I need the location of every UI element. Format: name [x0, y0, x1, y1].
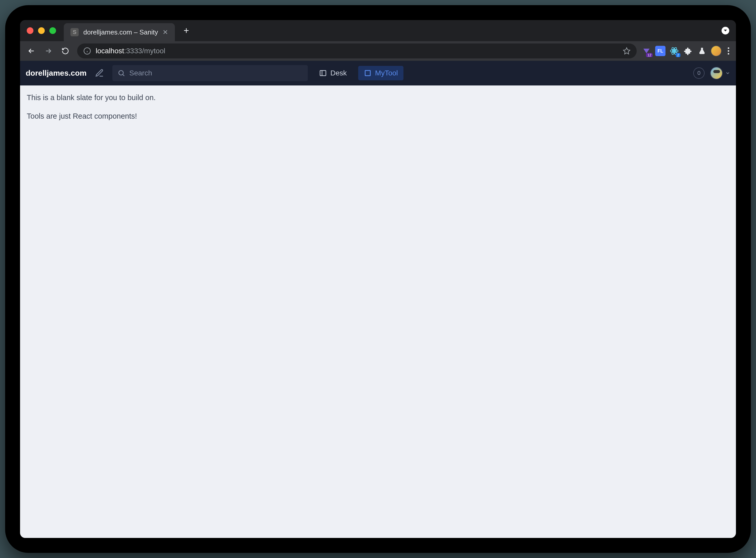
app-title[interactable]: dorelljames.com [26, 69, 87, 77]
tab-close-button[interactable]: ✕ [163, 28, 168, 36]
nav-tab-label: Desk [330, 69, 347, 77]
search-input[interactable] [129, 69, 303, 77]
search-icon [117, 69, 125, 77]
url-field[interactable]: localhost:3333/mytool [77, 44, 637, 58]
panel-icon [319, 69, 327, 77]
chevron-down-icon [725, 71, 730, 76]
browser-menu-button[interactable] [725, 47, 732, 55]
extension-fl-icon[interactable]: FL [655, 46, 666, 56]
svg-point-3 [673, 50, 675, 52]
device-frame: S dorelljames.com – Sanity ✕ + [5, 5, 751, 553]
tab-overflow-button[interactable] [722, 27, 729, 34]
nav-tab-mytool[interactable]: MyTool [358, 66, 404, 80]
reload-button[interactable] [58, 44, 73, 58]
app-navbar: dorelljames.com Desk MyTool [20, 61, 736, 85]
url-text: localhost:3333/mytool [96, 47, 165, 55]
user-avatar [710, 67, 723, 79]
new-tab-button[interactable]: + [181, 25, 191, 36]
square-icon [364, 69, 372, 77]
tab-title: dorelljames.com – Sanity [83, 28, 158, 36]
extension-react-icon[interactable]: 2 [669, 46, 679, 56]
content-paragraph: Tools are just React components! [27, 111, 729, 122]
content-paragraph: This is a blank slate for you to build o… [27, 92, 729, 103]
window-maximize-button[interactable] [49, 27, 56, 34]
svg-rect-9 [320, 71, 326, 76]
browser-profile-avatar[interactable] [711, 46, 722, 56]
extensions-puzzle-icon[interactable] [683, 46, 693, 56]
browser-tab[interactable]: S dorelljames.com – Sanity ✕ [64, 23, 175, 41]
svg-point-7 [119, 71, 124, 75]
browser-tab-bar: S dorelljames.com – Sanity ✕ + [20, 20, 736, 41]
svg-line-8 [123, 75, 124, 76]
svg-rect-11 [365, 71, 370, 76]
forward-button[interactable] [41, 44, 56, 58]
extension-badge: 12 [646, 53, 653, 57]
extension-labs-icon[interactable] [697, 46, 707, 56]
screen: S dorelljames.com – Sanity ✕ + [20, 20, 736, 538]
tab-favicon-icon: S [71, 28, 79, 36]
nav-tab-label: MyTool [375, 69, 398, 77]
search-field[interactable] [112, 65, 308, 81]
bookmark-star-icon[interactable] [623, 47, 630, 55]
browser-address-bar: localhost:3333/mytool 12 FL 2 [20, 41, 736, 61]
extension-redux-icon[interactable]: 12 [641, 46, 652, 56]
nav-tab-desk[interactable]: Desk [314, 66, 353, 80]
site-info-icon[interactable] [83, 47, 91, 55]
extension-badge: 2 [676, 53, 680, 57]
content-area: This is a blank slate for you to build o… [20, 85, 736, 538]
window-minimize-button[interactable] [38, 27, 45, 34]
notification-badge[interactable]: 0 [693, 68, 705, 79]
back-button[interactable] [24, 44, 38, 58]
window-traffic-lights [27, 27, 56, 34]
compose-button[interactable] [92, 66, 107, 80]
extension-icons: 12 FL 2 [641, 46, 732, 56]
user-menu[interactable] [710, 67, 730, 79]
window-close-button[interactable] [27, 27, 33, 34]
